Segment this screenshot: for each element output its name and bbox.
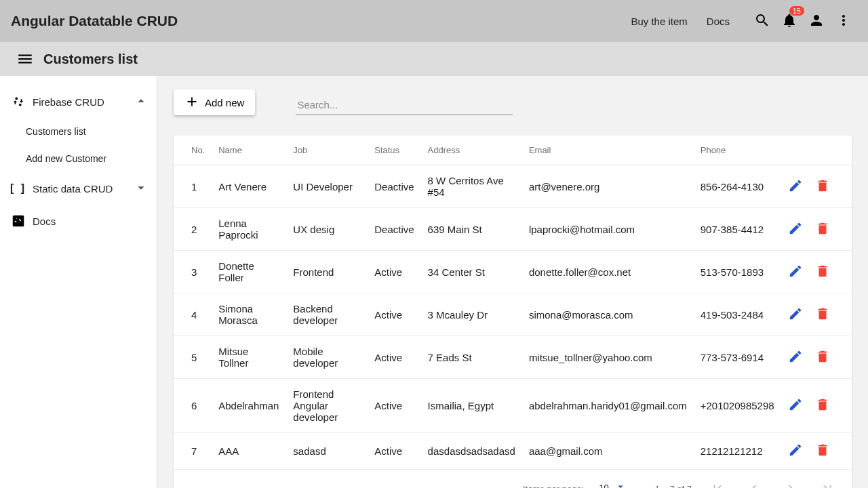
account-button[interactable] (803, 7, 830, 35)
paginator-range: 1 – 7 of 7 (655, 484, 692, 489)
cell-status: Active (368, 293, 420, 336)
edit-button[interactable] (788, 221, 803, 238)
cell-status: Active (368, 433, 420, 470)
main-content: Add new No. Name Job Status Address Emai… (157, 76, 868, 488)
edit-button[interactable] (788, 349, 803, 366)
edit-button[interactable] (788, 178, 803, 195)
pencil-icon (788, 448, 803, 460)
last-page-button[interactable] (816, 478, 838, 488)
prev-page-button[interactable] (743, 478, 765, 488)
delete-button[interactable] (815, 443, 830, 460)
cell-no: 2 (174, 208, 212, 251)
cell-job: Mobile developer (286, 336, 368, 379)
search-input[interactable] (296, 95, 513, 115)
cell-job: UX desig (286, 208, 368, 251)
cell-address: 7 Eads St (421, 336, 522, 379)
cell-address: Ismailia, Egypt (421, 379, 522, 433)
first-page-button[interactable] (707, 478, 728, 488)
cell-name: Simona Morasca (212, 293, 286, 336)
trash-icon (815, 354, 830, 366)
cell-status: Deactive (368, 208, 420, 251)
pencil-icon (788, 269, 803, 281)
sidebar-sub-addnew[interactable]: Add new Customer (0, 145, 157, 172)
cell-email: aaa@gmail.com (522, 433, 694, 470)
col-no[interactable]: No. (174, 136, 212, 165)
col-address[interactable]: Address (421, 136, 522, 165)
delete-button[interactable] (815, 178, 830, 195)
cell-status: Active (368, 379, 420, 433)
person-icon (808, 12, 825, 30)
search-button[interactable] (749, 7, 776, 35)
search-icon (754, 12, 770, 30)
cell-job: Frontend Angular developer (286, 379, 368, 433)
sidebar-item-label: Firebase CRUD (33, 96, 104, 108)
app-toolbar: Angular Datatable CRUD Buy the item Docs… (0, 0, 868, 42)
cell-phone: 513-570-1893 (694, 251, 781, 293)
col-status[interactable]: Status (368, 136, 420, 165)
trash-icon (815, 312, 830, 323)
pencil-icon (788, 312, 803, 323)
edit-button[interactable] (788, 397, 803, 414)
plus-icon (184, 94, 199, 111)
cell-address: 639 Main St (421, 208, 522, 251)
sidebar-item-label: Docs (33, 216, 56, 227)
sidebar-sub-customers[interactable]: Customers list (0, 118, 157, 145)
table-row: 5Mitsue TollnerMobile developerActive7 E… (174, 336, 852, 379)
col-phone[interactable]: Phone (694, 136, 781, 165)
trash-icon (815, 226, 830, 238)
table-row: 4Simona MorascaBackend developerActive3 … (174, 293, 852, 336)
cell-job: Backend developer (286, 293, 368, 336)
cell-name: Donette Foller (212, 251, 286, 293)
brackets-icon: [ ] (11, 181, 26, 196)
menu-icon (16, 59, 34, 70)
sidebar-item-label: Static data CRUD (33, 183, 113, 195)
add-new-button[interactable]: Add new (174, 89, 255, 115)
cell-job: Frontend (286, 251, 368, 293)
more-button[interactable] (830, 7, 857, 35)
edit-button[interactable] (788, 264, 803, 281)
sidebar-item-static[interactable]: [ ] Static data CRUD (0, 172, 157, 205)
cell-phone: 773-573-6914 (694, 336, 781, 379)
notification-badge: 15 (789, 6, 804, 16)
delete-button[interactable] (815, 397, 830, 414)
app-title: Angular Datatable CRUD (11, 13, 178, 29)
table-header-row: No. Name Job Status Address Email Phone (174, 136, 852, 165)
sidebar-item-docs[interactable]: Docs (0, 205, 157, 237)
delete-button[interactable] (815, 264, 830, 281)
delete-button[interactable] (815, 349, 830, 366)
cell-no: 7 (174, 433, 212, 470)
trash-icon (815, 403, 830, 414)
delete-button[interactable] (815, 306, 830, 323)
cell-no: 5 (174, 336, 212, 379)
cell-status: Active (368, 336, 420, 379)
cell-phone: 907-385-4412 (694, 208, 781, 251)
page-size-select[interactable]: 10 (599, 481, 626, 489)
menu-toggle[interactable] (16, 50, 34, 68)
next-page-button[interactable] (780, 478, 802, 488)
cell-email: lpaprocki@hotmail.com (522, 208, 694, 251)
link-buy[interactable]: Buy the item (631, 16, 687, 27)
col-name[interactable]: Name (212, 136, 286, 165)
cell-phone: 856-264-4130 (694, 165, 781, 208)
trash-icon (815, 269, 830, 281)
code-icon (11, 214, 26, 228)
sidebar: Firebase CRUD Customers list Add new Cus… (0, 76, 157, 488)
table-row: 2Lenna PaprockiUX desigDeactive639 Main … (174, 208, 852, 251)
edit-button[interactable] (788, 443, 803, 460)
col-job[interactable]: Job (286, 136, 368, 165)
table-row: 1Art VenereUI DeveloperDeactive8 W Cerri… (174, 165, 852, 208)
cell-name: Abdelrahman (212, 379, 286, 433)
trash-icon (815, 184, 830, 195)
notifications-button[interactable]: 15 (776, 7, 803, 35)
cell-no: 4 (174, 293, 212, 336)
cell-email: abdelrahman.haridy01@gmail.com (522, 379, 694, 433)
col-email[interactable]: Email (522, 136, 694, 165)
add-new-label: Add new (205, 97, 244, 108)
edit-button[interactable] (788, 306, 803, 323)
link-docs[interactable]: Docs (707, 16, 730, 27)
sidebar-item-firebase[interactable]: Firebase CRUD (0, 85, 157, 118)
cell-job: UI Developer (286, 165, 368, 208)
people-swap-icon (11, 94, 26, 109)
cell-email: simona@morasca.com (522, 293, 694, 336)
delete-button[interactable] (815, 221, 830, 238)
